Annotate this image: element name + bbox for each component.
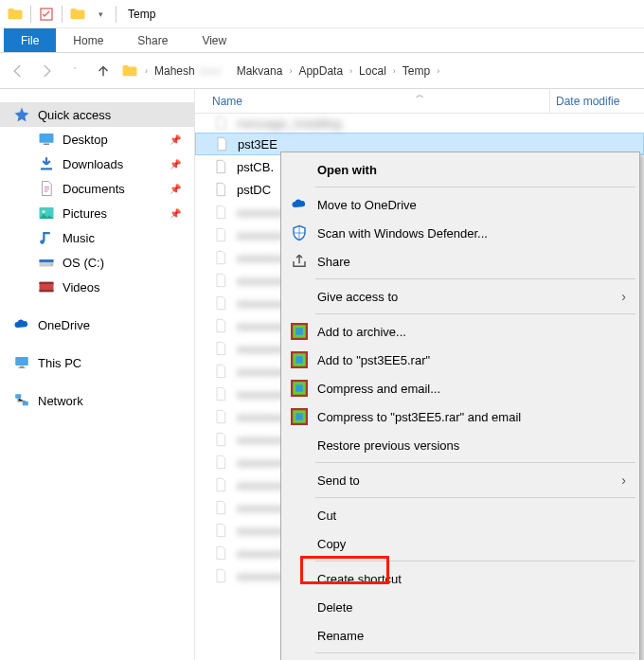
sidebar-label: Videos (63, 280, 100, 294)
ribbon-tab-home[interactable]: Home (56, 28, 120, 52)
breadcrumb-item[interactable]: Makvana (237, 64, 283, 78)
share-icon (289, 251, 310, 272)
chevron-right-icon[interactable]: › (437, 66, 439, 76)
ctx-send-to[interactable]: Send to › (283, 466, 637, 494)
ribbon-file-tab[interactable]: File (4, 28, 56, 52)
sidebar-item-videos[interactable]: Videos (0, 275, 194, 299)
ctx-copy[interactable]: Copy (283, 529, 637, 558)
separator (315, 313, 635, 314)
svg-rect-10 (40, 290, 54, 292)
svg-rect-9 (40, 282, 54, 284)
file-icon (212, 567, 229, 584)
file-icon (212, 385, 229, 402)
ctx-create-shortcut[interactable]: Create shortcut (283, 564, 637, 593)
sidebar-item-music[interactable]: Music (0, 225, 194, 250)
ctx-open-with[interactable]: Open with (283, 155, 637, 184)
file-icon (212, 249, 229, 266)
ctx-defender[interactable]: Scan with Windows Defender... (283, 219, 637, 247)
dropdown-icon[interactable]: ▾ (91, 5, 110, 24)
ctx-add-to-rar[interactable]: Add to "pst3EE5.rar" (283, 346, 637, 374)
ctx-rename[interactable]: Rename (283, 621, 637, 650)
sidebar-item-documents[interactable]: Documents 📌 (0, 176, 194, 201)
ctx-restore[interactable]: Restore previous versions (283, 431, 637, 459)
ctx-onedrive[interactable]: Move to OneDrive (283, 190, 637, 219)
separator (315, 462, 635, 463)
sidebar-label: Documents (63, 182, 125, 196)
nav-recent-dropdown-icon[interactable]: ˅ (64, 61, 85, 81)
ctx-compress-email[interactable]: Compress and email... (283, 374, 637, 402)
sidebar-item-pictures[interactable]: Pictures 📌 (0, 201, 194, 225)
file-icon (212, 204, 229, 221)
nav-forward-button[interactable] (36, 61, 57, 81)
breadcrumb-item[interactable]: Local (359, 64, 386, 78)
sidebar-quick-access[interactable]: Quick access (0, 102, 194, 127)
sidebar-item-desktop[interactable]: Desktop 📌 (0, 127, 194, 152)
ribbon-tab-view[interactable]: View (185, 28, 243, 52)
desktop-icon (38, 131, 55, 148)
file-name-blurred: xxxxxxxx (237, 274, 286, 288)
file-name-blurred: xxxxxxxx (237, 455, 286, 470)
file-icon (212, 294, 229, 312)
sidebar-onedrive[interactable]: OneDrive (0, 312, 194, 337)
chevron-right-icon[interactable]: › (349, 66, 352, 76)
ctx-compress-to-rar[interactable]: Compress to "pst3EE5.rar" and email (283, 402, 637, 431)
sidebar-network[interactable]: Network (0, 388, 194, 413)
sidebar-thispc[interactable]: This PC (0, 350, 194, 375)
nav-bar: ˅ › Mahesh xxxx Makvana › AppData › Loca… (0, 53, 644, 89)
separator (315, 652, 635, 653)
scroll-up-hint-icon[interactable]: ︿ (416, 89, 424, 101)
ctx-give-access[interactable]: Give access to › (283, 282, 637, 311)
sidebar-item-downloads[interactable]: Downloads 📌 (0, 152, 194, 176)
ctx-share[interactable]: Share (283, 247, 637, 276)
file-name-blurred: xxxxxxxx (237, 546, 286, 561)
chevron-right-icon: › (621, 289, 626, 304)
file-name-blurred: xxxxxxxx (237, 365, 286, 379)
chevron-right-icon[interactable]: › (145, 66, 148, 76)
ctx-cut[interactable]: Cut (283, 501, 637, 529)
ctx-delete[interactable]: Delete (283, 593, 637, 621)
nav-up-button[interactable] (93, 61, 114, 81)
chevron-right-icon: › (621, 473, 626, 488)
file-name: pstDC (237, 183, 271, 197)
onedrive-icon (13, 316, 30, 333)
file-icon (212, 408, 229, 425)
folder-icon (121, 62, 138, 80)
breadcrumb-item[interactable]: Mahesh (154, 64, 195, 78)
sidebar-label: Music (63, 231, 95, 245)
thispc-icon (13, 354, 30, 371)
winrar-icon (289, 321, 310, 342)
videos-icon (38, 278, 55, 295)
winrar-icon (289, 406, 310, 427)
ctx-properties[interactable]: Properties (283, 656, 637, 660)
separator (30, 6, 31, 23)
svg-rect-13 (18, 367, 26, 368)
breadcrumb-item[interactable]: Temp (402, 64, 430, 78)
nav-back-button[interactable] (8, 61, 28, 81)
breadcrumb[interactable]: › Mahesh xxxx Makvana › AppData › Local … (121, 60, 636, 82)
file-name-blurred: xxxxxxxx (237, 410, 286, 424)
file-row[interactable]: message_installlog (195, 114, 644, 133)
ribbon-tab-share[interactable]: Share (120, 28, 185, 52)
file-name: message_installlog (237, 116, 342, 131)
ctx-add-archive[interactable]: Add to archive... (283, 317, 637, 346)
file-icon (212, 181, 229, 198)
breadcrumb-item[interactable]: AppData (298, 64, 343, 78)
column-date[interactable]: Date modifie (549, 89, 644, 113)
drive-icon (38, 254, 55, 271)
svg-rect-11 (15, 357, 28, 366)
file-icon (212, 476, 229, 493)
pin-icon: 📌 (170, 184, 181, 194)
svg-rect-27 (295, 413, 303, 420)
chevron-right-icon[interactable]: › (289, 66, 292, 76)
sidebar-label: Pictures (63, 206, 107, 221)
column-name[interactable]: Name (195, 95, 549, 108)
file-icon (212, 454, 229, 471)
file-icon (212, 363, 229, 380)
chevron-right-icon[interactable]: › (393, 66, 396, 76)
sidebar-item-drive[interactable]: OS (C:) (0, 250, 194, 275)
svg-point-4 (43, 210, 45, 213)
breadcrumb-blur: xxxx (199, 64, 233, 78)
sidebar: Quick access Desktop 📌 Downloads 📌 Docum… (0, 89, 195, 660)
properties-quick-icon[interactable] (37, 5, 56, 24)
context-menu: Open with Move to OneDrive Scan with Win… (280, 152, 640, 660)
